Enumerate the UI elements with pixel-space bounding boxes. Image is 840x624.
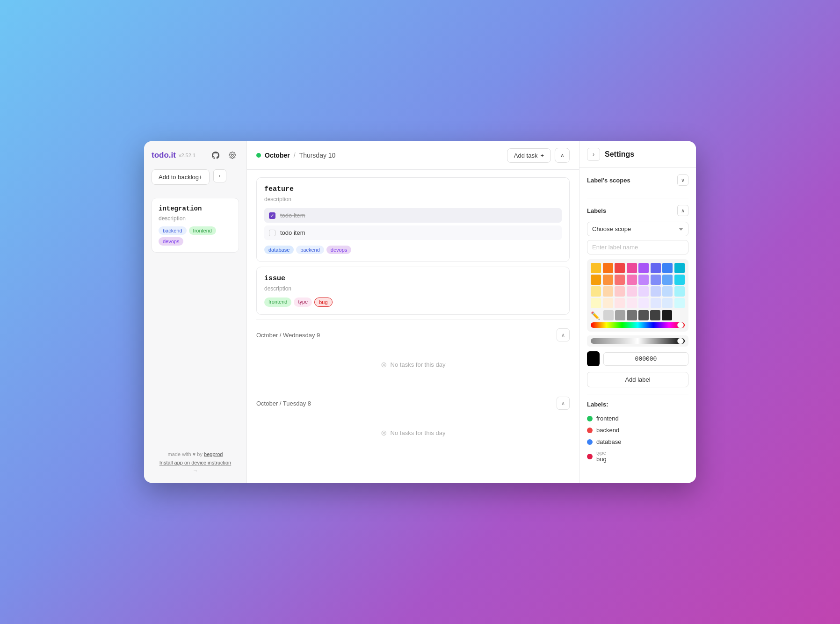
label-dot-frontend [587, 416, 593, 421]
color-cell[interactable] [651, 263, 661, 273]
settings-collapse-button[interactable]: › [587, 148, 600, 161]
feature-tags: database backend devops [264, 246, 562, 254]
label-item-frontend: frontend [587, 413, 688, 424]
color-cell[interactable] [674, 298, 685, 308]
day-section-tuesday: October / Tuesday 8 ∧ ⊗ No tasks for thi… [256, 388, 570, 447]
color-cell[interactable] [638, 263, 649, 273]
color-cell[interactable] [662, 298, 673, 308]
label-scopes-expand-button[interactable]: ∨ [677, 174, 688, 186]
color-cell[interactable] [615, 286, 625, 297]
color-cell[interactable] [662, 286, 673, 297]
labels-section: Labels ∧ Choose scope [587, 198, 688, 394]
brightness-slider-thumb [677, 338, 684, 344]
color-cell[interactable] [662, 310, 672, 320]
rainbow-slider[interactable] [591, 322, 685, 328]
sidebar-collapse-button[interactable]: ‹ [213, 169, 226, 182]
no-tasks-label-tuesday: No tasks for this day [391, 429, 446, 436]
collapse-icon: ‹ [219, 173, 221, 179]
task-title-feature: feature [264, 185, 562, 193]
label-name-input[interactable] [587, 240, 688, 254]
made-with-text: made with ♥ by begprod [152, 450, 239, 459]
add-backlog-icon: + [199, 174, 203, 181]
color-cell[interactable] [651, 286, 661, 297]
day-title-wednesday: October / Wednesday 9 [256, 332, 320, 339]
settings-collapse-icon: › [593, 151, 594, 158]
author-link[interactable]: begprod [204, 451, 223, 457]
color-cell[interactable] [615, 310, 625, 320]
main-header: October / Thursday 10 Add task + ∧ [247, 141, 579, 170]
color-cell[interactable] [674, 286, 685, 297]
color-cell[interactable] [603, 286, 613, 297]
settings-button[interactable] [226, 149, 239, 162]
brightness-slider[interactable] [591, 338, 685, 344]
color-cell[interactable] [638, 275, 649, 285]
color-cell[interactable] [662, 263, 673, 273]
checkbox-unchecked[interactable] [269, 230, 275, 236]
color-cell[interactable] [591, 298, 601, 308]
no-tasks-icon: ⊗ [381, 360, 387, 369]
gear-icon [229, 152, 236, 159]
color-cell[interactable] [650, 310, 660, 320]
color-cell[interactable] [603, 275, 613, 285]
color-cell[interactable] [615, 298, 625, 308]
no-tasks-icon-tuesday: ⊗ [381, 428, 387, 437]
add-label-button[interactable]: Add label [587, 372, 688, 387]
color-cell[interactable] [651, 298, 661, 308]
color-cell[interactable] [627, 275, 637, 285]
pencil-gray-row: ✏️ [591, 310, 685, 320]
color-hex-input[interactable] [603, 352, 688, 366]
tag-backend-feature: backend [296, 246, 324, 254]
day-collapse-tuesday[interactable]: ∧ [557, 397, 570, 410]
color-cell[interactable] [662, 275, 673, 285]
task-card-issue: issue description frontend type bug [256, 267, 570, 315]
color-cell[interactable] [591, 286, 601, 297]
color-cell[interactable] [591, 275, 601, 285]
add-task-label: Add task [514, 152, 538, 159]
color-grid-container: ✏️ [587, 259, 688, 332]
color-cell[interactable] [638, 298, 649, 308]
checkbox-checked[interactable]: ✓ [269, 212, 275, 219]
color-cell[interactable] [651, 275, 661, 285]
no-tasks-wednesday: ⊗ No tasks for this day [256, 351, 570, 378]
color-cell[interactable] [638, 286, 649, 297]
add-task-button[interactable]: Add task + [507, 148, 551, 163]
todo-text-completed: todo item [280, 212, 305, 219]
sidebar-icons [209, 149, 239, 162]
color-grid [591, 263, 685, 308]
color-cell[interactable] [638, 310, 649, 320]
color-preview-row [587, 351, 688, 366]
install-link[interactable]: Install app on device instruction [159, 460, 231, 465]
label-dot-database [587, 439, 593, 445]
task-description-feature: description [264, 196, 562, 203]
day-collapse-wednesday[interactable]: ∧ [557, 328, 570, 341]
rainbow-slider-thumb [677, 322, 684, 328]
add-to-backlog-button[interactable]: Add to backlog + [152, 169, 210, 185]
color-cell[interactable] [627, 298, 637, 308]
color-cell[interactable] [615, 275, 625, 285]
scope-select[interactable]: Choose scope [587, 222, 688, 236]
color-preview-swatch[interactable] [587, 351, 600, 366]
color-cell[interactable] [627, 286, 637, 297]
pencil-icon[interactable]: ✏️ [591, 311, 600, 320]
github-button[interactable] [209, 149, 222, 162]
label-type-small: type [596, 450, 607, 456]
labels-section-title: Labels [587, 207, 606, 214]
color-cell[interactable] [627, 310, 637, 320]
collapse-all-icon: ∧ [560, 152, 565, 159]
color-cell[interactable] [615, 263, 625, 273]
color-cell[interactable] [674, 263, 685, 273]
color-cell[interactable] [603, 263, 613, 273]
settings-body: Label's scopes ∨ Labels ∧ Choose scope [579, 168, 696, 483]
color-cell[interactable] [591, 263, 601, 273]
collapse-all-button[interactable]: ∧ [555, 148, 570, 163]
day-header-wednesday: October / Wednesday 9 ∧ [256, 324, 570, 346]
labels-expand-button[interactable]: ∧ [677, 205, 688, 216]
logo-text: todo.it [152, 151, 176, 160]
color-cell[interactable] [627, 263, 637, 273]
app-container: todo.it v2.52.1 Add to bac [144, 141, 696, 483]
color-cell[interactable] [674, 275, 685, 285]
color-cell[interactable] [603, 310, 614, 320]
brightness-slider-container [587, 335, 688, 347]
color-cell[interactable] [603, 298, 613, 308]
label-item-type-bug: type bug [587, 448, 688, 465]
